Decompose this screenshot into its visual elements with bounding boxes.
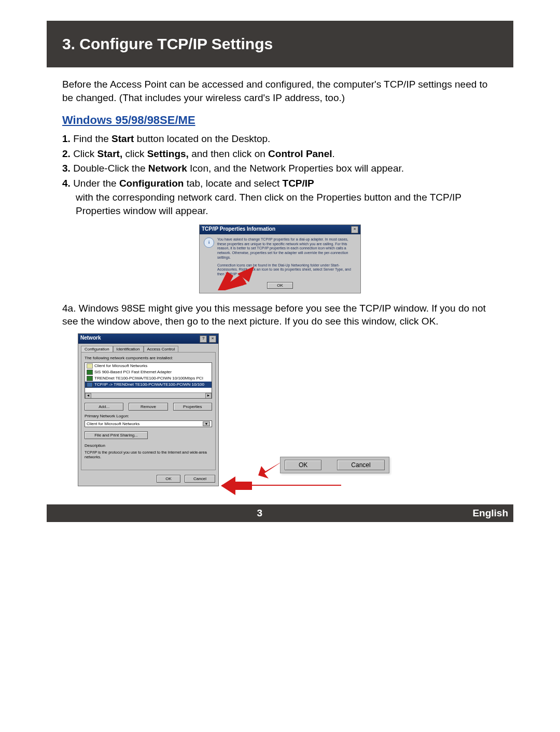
callout-cancel-button[interactable]: Cancel xyxy=(337,460,384,470)
tab-row: Configuration Identification Access Cont… xyxy=(78,344,218,352)
dialog-title: Network xyxy=(80,335,101,343)
intro-paragraph: Before the Access Point can be accessed … xyxy=(62,78,498,104)
primary-logon-label: Primary Network Logon: xyxy=(85,414,212,418)
tab-identification[interactable]: Identification xyxy=(113,346,144,352)
page-language: English xyxy=(472,508,513,519)
add-button[interactable]: Add... xyxy=(85,403,123,411)
arrow-icon xyxy=(221,476,252,495)
scrollbar[interactable]: ◄► xyxy=(85,392,212,398)
page-footer: 3 English xyxy=(47,504,513,522)
primary-logon-combo[interactable]: Client for Microsoft Networks ▼ xyxy=(85,420,212,427)
file-print-sharing-button[interactable]: File and Print Sharing... xyxy=(85,431,148,439)
close-icon[interactable]: × xyxy=(351,226,358,233)
step-2: 2. Click Start, click Settings, and then… xyxy=(62,147,498,161)
svg-marker-5 xyxy=(258,461,283,478)
figure-2: Network ? × Configuration Identification… xyxy=(78,333,498,499)
step-1: 1. Find the Start button located on the … xyxy=(62,132,498,146)
components-label: The following network components are ins… xyxy=(85,356,212,360)
tab-configuration[interactable]: Configuration xyxy=(81,346,113,352)
step-4: 4. Under the Configuration tab, locate a… xyxy=(62,177,498,218)
step-list: 1. Find the Start button located on the … xyxy=(62,132,498,218)
info-icon: i xyxy=(204,237,214,248)
description-text: TCP/IP is the protocol you use to connec… xyxy=(85,450,212,467)
os-heading: Windows 95/98/98SE/ME xyxy=(62,114,498,127)
network-dialog: Network ? × Configuration Identification… xyxy=(78,333,219,486)
section-title: 3. Configure TCP/IP Settings xyxy=(57,35,513,53)
section-header: 3. Configure TCP/IP Settings xyxy=(47,21,513,67)
chevron-down-icon[interactable]: ▼ xyxy=(203,421,210,426)
help-icon[interactable]: ? xyxy=(200,335,207,343)
description-label: Description xyxy=(85,443,212,448)
close-icon[interactable]: × xyxy=(209,335,216,343)
adapter-icon xyxy=(87,370,93,375)
ok-button[interactable]: OK xyxy=(157,475,180,483)
components-list[interactable]: Client for Microsoft Networks SiS 900-Ba… xyxy=(85,362,212,399)
figure-1: TCP/IP Properties Information × i You ha… xyxy=(62,224,498,293)
cancel-button[interactable]: Cancel xyxy=(185,475,215,483)
arrow-icon xyxy=(218,266,254,290)
dialog-titlebar: Network ? × xyxy=(78,334,218,344)
callout-ok-button[interactable]: OK xyxy=(285,460,321,470)
svg-marker-4 xyxy=(221,476,252,495)
step-3: 3. Double-Click the Network Icon, and th… xyxy=(62,162,498,176)
protocol-icon xyxy=(87,382,93,387)
step-4a: 4a. Windows 98SE might give you this mes… xyxy=(62,302,498,328)
callout-ok-cancel: OK Cancel xyxy=(280,457,389,473)
client-icon xyxy=(87,363,93,369)
properties-button[interactable]: Properties xyxy=(173,403,212,411)
page-number: 3 xyxy=(47,508,472,519)
remove-button[interactable]: Remove xyxy=(129,403,167,411)
adapter-icon xyxy=(87,376,93,381)
ok-button[interactable]: OK xyxy=(267,282,293,289)
dialog-titlebar: TCP/IP Properties Information × xyxy=(200,225,360,234)
dialog-title: TCP/IP Properties Information xyxy=(202,226,275,233)
tab-access-control[interactable]: Access Control xyxy=(144,346,179,352)
arrow-icon xyxy=(258,461,283,478)
